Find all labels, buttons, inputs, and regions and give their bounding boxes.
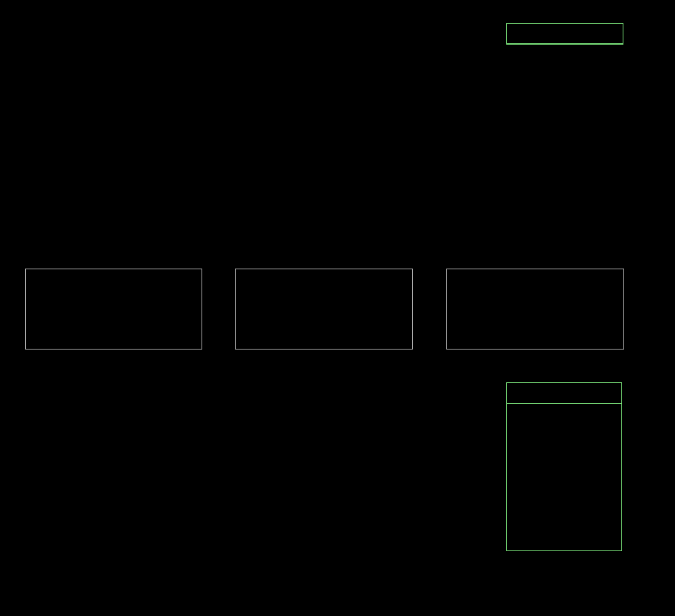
autoscala-table-header <box>507 24 623 44</box>
ionogram-top-canvas <box>20 20 508 244</box>
thumbnail-original-canvas <box>26 269 202 349</box>
autoscala-output-table <box>506 23 623 45</box>
thumbnail-evidence-f2 <box>446 269 624 350</box>
autoscala-screen <box>0 0 675 616</box>
ionogram-bottom-plot <box>20 380 508 605</box>
ionogram-top-plot <box>20 20 508 244</box>
aip-output-table <box>506 382 622 551</box>
thumbnail-eliminate-reflections <box>235 269 413 350</box>
aip-table-header <box>507 383 621 404</box>
thumbnail-evidence-canvas <box>447 269 623 349</box>
thumbnail-original-ionogram <box>25 269 202 350</box>
thumbnail-eliminate-canvas <box>236 269 412 349</box>
ionogram-bottom-canvas <box>20 380 508 605</box>
